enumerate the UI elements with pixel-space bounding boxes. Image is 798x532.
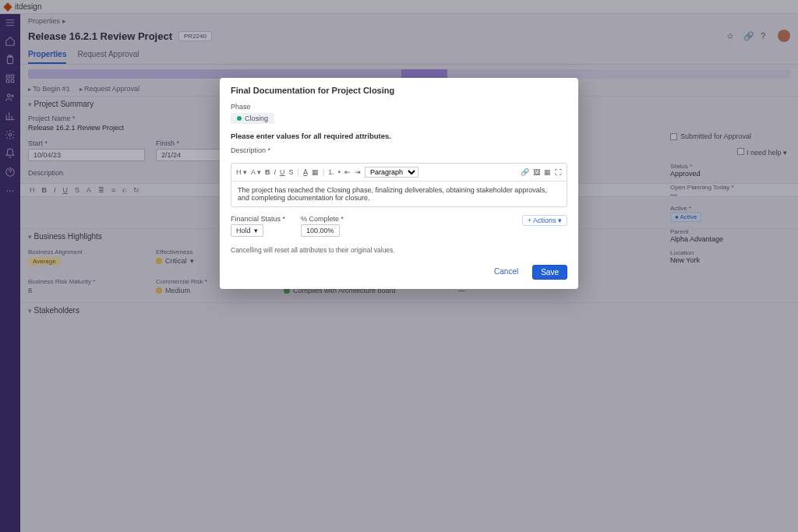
- modal-rte: H ▾ A ▾ B I U S | A̲ ▦ | 1. • ⇤ ⇥ Paragr…: [231, 163, 567, 207]
- modal-rte-toolbar[interactable]: H ▾ A ▾ B I U S | A̲ ▦ | 1. • ⇤ ⇥ Paragr…: [231, 164, 567, 181]
- modal-overlay: Final Documentation for Project Closing …: [0, 0, 798, 532]
- modal-phase-label: Phase: [231, 103, 567, 111]
- rte-ul-icon[interactable]: •: [338, 168, 341, 176]
- modal-fstatus-select[interactable]: Hold ▾: [231, 224, 263, 237]
- modal-pct-label: % Complete *: [301, 215, 344, 223]
- modal-validation-warning: Please enter values for all required att…: [220, 127, 578, 143]
- modal-pct-input[interactable]: 100.00%: [301, 224, 340, 237]
- modal-final-documentation: Final Documentation for Project Closing …: [220, 78, 578, 289]
- rte-highlight-icon[interactable]: ▦: [312, 168, 319, 176]
- rte-font-icon[interactable]: A ▾: [251, 168, 261, 176]
- modal-fstatus-label: Financial Status *: [231, 215, 285, 223]
- rte-table-icon[interactable]: ▦: [544, 168, 551, 176]
- rte-color-icon[interactable]: A̲: [303, 168, 308, 176]
- rte-image-icon[interactable]: 🖼: [533, 168, 540, 176]
- modal-phase-chip: Closing: [231, 113, 274, 124]
- rte-link-icon[interactable]: 🔗: [521, 168, 529, 176]
- modal-desc-label: Description *: [231, 146, 567, 154]
- chevron-down-icon: ▾: [254, 227, 258, 234]
- rte-bold-icon[interactable]: B: [265, 168, 270, 176]
- rte-underline-icon[interactable]: U: [280, 168, 285, 176]
- rte-indent-icon[interactable]: ⇥: [355, 168, 361, 176]
- modal-title: Final Documentation for Project Closing: [220, 78, 578, 100]
- rte-strike-icon[interactable]: S: [289, 168, 294, 176]
- rte-paragraph-select[interactable]: Paragraph: [365, 167, 418, 178]
- modal-phase-value: Closing: [245, 115, 268, 122]
- rte-ol-icon[interactable]: 1.: [328, 168, 334, 176]
- rte-italic-icon[interactable]: I: [274, 168, 277, 176]
- cancel-button[interactable]: Cancel: [486, 265, 526, 280]
- rte-h-icon[interactable]: H ▾: [236, 168, 247, 176]
- modal-cancel-note: Cancelling will reset all attributes to …: [220, 241, 578, 259]
- phase-dot-icon: [237, 116, 242, 121]
- rte-expand-icon[interactable]: ⛶: [555, 168, 562, 176]
- modal-add-actions-button[interactable]: + Actions ▾: [522, 215, 567, 226]
- rte-outdent-icon[interactable]: ⇤: [344, 168, 351, 176]
- save-button[interactable]: Save: [532, 265, 567, 280]
- modal-rte-body[interactable]: The project has reached the Closing phas…: [231, 181, 567, 206]
